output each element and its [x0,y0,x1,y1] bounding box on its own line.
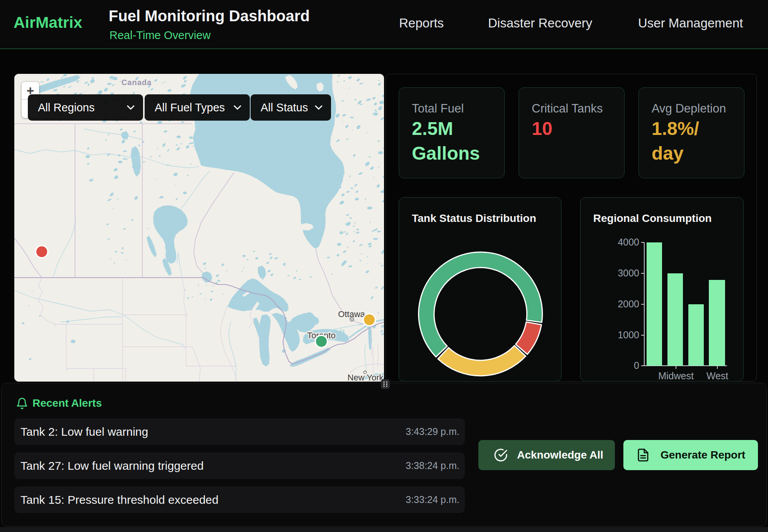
svg-text:2000: 2000 [618,298,639,309]
svg-text:West: West [707,370,729,381]
svg-text:4000: 4000 [618,237,639,247]
svg-text:1000: 1000 [618,329,639,340]
svg-text:Canada: Canada [121,78,152,87]
svg-text:3000: 3000 [618,268,639,278]
svg-text:Midwest: Midwest [658,370,694,381]
svg-text:0: 0 [634,360,639,371]
svg-text:New York: New York [348,373,384,382]
